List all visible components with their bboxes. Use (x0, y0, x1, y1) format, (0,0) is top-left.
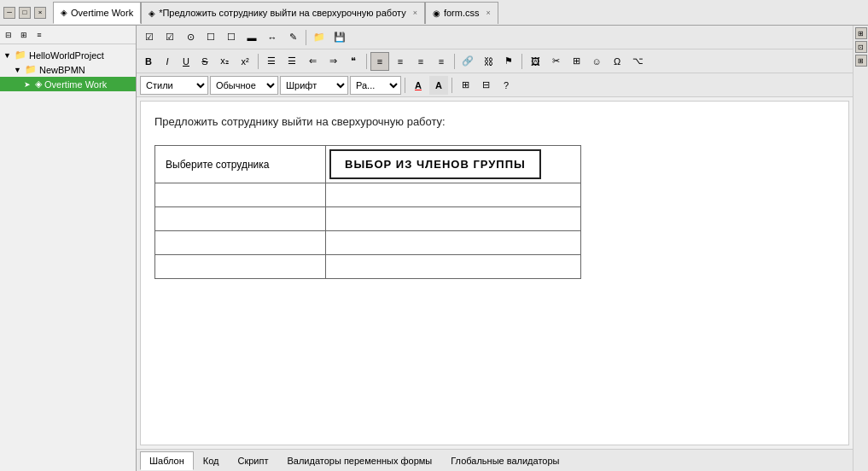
tb-sep-1 (306, 30, 306, 45)
font-color-button[interactable]: A (409, 76, 428, 95)
outdent-button[interactable]: ⇐ (303, 52, 322, 71)
editor-bottom-tabs: Шаблон Код Скрипт Валидаторы переменных … (137, 449, 853, 471)
toolbar-row-2: B I U S x₂ x² ☰ ☰ ⇐ ⇒ ❝ ≡ ≡ ≡ ≡ 🔗 ⛓ ⚑ 🖼 … (137, 49, 853, 73)
subscript-button[interactable]: x₂ (215, 52, 234, 71)
form-table: Выберите сотрудника ВЫБОР ИЗ ЧЛЕНОВ ГРУП… (154, 145, 581, 279)
tb-checkbox1-button[interactable]: ☑ (140, 28, 159, 47)
tab-template[interactable]: Шаблон (140, 451, 194, 470)
tree-item-hello-world[interactable]: ▼ 📁 HelloWorldProject (0, 48, 136, 62)
bold-button[interactable]: B (140, 52, 157, 71)
toolbar-row-1: ☑ ☑ ⊙ ☐ ☐ ▬ ↔ ✎ 📁 💾 (137, 26, 853, 49)
align-right-button[interactable]: ≡ (411, 52, 430, 71)
help-button[interactable]: ? (497, 76, 516, 95)
tab-overtime-work[interactable]: ◈ Overtime Work (53, 2, 141, 24)
tree-item-overtime-work[interactable]: ➤ ◈ Overtime Work (0, 77, 136, 91)
strikethrough-button[interactable]: S (196, 52, 213, 71)
tb-checkbox2-button[interactable]: ☑ (160, 28, 179, 47)
tab-form-validators[interactable]: Валидаторы переменных формы (277, 451, 441, 470)
image-button[interactable]: 🖼 (526, 52, 545, 71)
tb-sep-6 (405, 78, 405, 93)
align-center-button[interactable]: ≡ (391, 52, 410, 71)
tb-radio-button[interactable]: ⊙ (181, 28, 200, 47)
indent-button[interactable]: ⇒ (323, 52, 342, 71)
tree-arrow-overtime: ➤ (24, 80, 32, 89)
minimize-button[interactable]: ─ (3, 7, 15, 19)
tab-css[interactable]: ◉ form.css × (425, 2, 498, 24)
omega-button[interactable]: Ω (608, 52, 626, 71)
tab-script[interactable]: Скрипт (228, 451, 277, 470)
close-button[interactable]: × (34, 7, 46, 19)
zoom-in-button[interactable]: ⊞ (456, 76, 475, 95)
ordered-list-button[interactable]: ☰ (262, 52, 281, 71)
group-select-button[interactable]: ВЫБОР ИЗ ЧЛЕНОВ ГРУППЫ (329, 149, 541, 179)
format-select[interactable]: Обычное (210, 76, 278, 95)
align-justify-button[interactable]: ≡ (432, 52, 451, 71)
gutter-btn-2[interactable]: ⊡ (855, 41, 867, 53)
tb-arrow-button[interactable]: ↔ (263, 28, 282, 47)
tab-label-overtime: Overtime Work (71, 8, 133, 18)
blockquote-button[interactable]: ❝ (344, 52, 363, 71)
tb-sep-7 (451, 78, 452, 93)
unlink-button[interactable]: ⛓ (479, 52, 498, 71)
right-gutter: ⊞ ⊡ ⊞ (853, 26, 868, 471)
tab-label-css: form.css (444, 8, 480, 18)
tab-global-validators[interactable]: Глобальные валидаторы (441, 451, 568, 470)
tab-code[interactable]: Код (194, 451, 229, 470)
tb-sep-5 (521, 54, 522, 69)
table-row-5 (155, 255, 581, 279)
align-left-button[interactable]: ≡ (370, 52, 389, 71)
emoji-button[interactable]: ☺ (587, 52, 606, 71)
tree-icon-overtime: ◈ (35, 78, 42, 90)
source-button[interactable]: ⌥ (628, 52, 647, 71)
font-select[interactable]: Шрифт (280, 76, 348, 95)
tree-icon-hello: 📁 (15, 49, 26, 61)
tab-close-propose[interactable]: × (413, 9, 417, 17)
size-select[interactable]: Ра... (350, 76, 401, 95)
table-row-4 (155, 231, 581, 255)
bg-color-button[interactable]: A (429, 76, 448, 95)
tb-line-button[interactable]: ▬ (242, 28, 261, 47)
tb-square2-button[interactable]: ☐ (222, 28, 241, 47)
superscript-button[interactable]: x² (236, 52, 254, 71)
sidebar-menu-button[interactable]: ≡ (32, 28, 46, 42)
cut-button[interactable]: ✂ (546, 52, 565, 71)
editor-content[interactable]: Предложить сотруднику выйти на сверхуроч… (140, 101, 849, 445)
sidebar: ⊟ ⊞ ≡ ▼ 📁 HelloWorldProject ▼ 📁 NewBPMN … (0, 26, 137, 471)
zoom-out-button[interactable]: ⊟ (476, 76, 495, 95)
tree-arrow-bpmn: ▼ (14, 66, 22, 74)
collapse-all-button[interactable]: ⊟ (2, 28, 15, 42)
tb-edit-button[interactable]: ✎ (283, 28, 302, 47)
col1-header: Выберите сотрудника (155, 146, 326, 183)
unordered-list-button[interactable]: ☰ (283, 52, 301, 71)
editor-tabs: ◈ Overtime Work ◈ *Предложить сотруднику… (53, 2, 865, 24)
styles-select[interactable]: Стили (140, 76, 208, 95)
gutter-btn-3[interactable]: ⊞ (855, 55, 867, 67)
col2-cell: ВЫБОР ИЗ ЧЛЕНОВ ГРУППЫ (326, 146, 581, 183)
tree-label-bpmn: NewBPMN (39, 65, 85, 75)
table-row-1: Выберите сотрудника ВЫБОР ИЗ ЧЛЕНОВ ГРУП… (155, 146, 581, 183)
tree-arrow-hello: ▼ (3, 51, 12, 60)
tree-label-hello: HelloWorldProject (29, 50, 104, 61)
underline-button[interactable]: U (178, 52, 195, 71)
tree-item-new-bpmn[interactable]: ▼ 📁 NewBPMN (0, 62, 136, 77)
tb-open-button[interactable]: 📁 (310, 28, 329, 47)
tree-view: ▼ 📁 HelloWorldProject ▼ 📁 NewBPMN ➤ ◈ Ov… (0, 44, 136, 471)
flag-button[interactable]: ⚑ (499, 52, 518, 71)
table-row-3 (155, 207, 581, 231)
tab-icon-css: ◉ (433, 9, 440, 18)
table-row-2 (155, 183, 581, 207)
link-button[interactable]: 🔗 (458, 52, 477, 71)
tab-propose[interactable]: ◈ *Предложить сотруднику выйти на сверху… (141, 2, 425, 24)
tb-square1-button[interactable]: ☐ (201, 28, 220, 47)
expand-all-button[interactable]: ⊞ (17, 28, 31, 42)
tb-save-button[interactable]: 💾 (330, 28, 349, 47)
sidebar-toolbar: ⊟ ⊞ ≡ (0, 26, 136, 44)
maximize-button[interactable]: □ (19, 7, 31, 19)
italic-button[interactable]: I (159, 52, 176, 71)
table-button[interactable]: ⊞ (567, 52, 585, 71)
tab-close-css[interactable]: × (486, 9, 491, 17)
gutter-btn-1[interactable]: ⊞ (855, 27, 867, 39)
tb-sep-4 (454, 54, 455, 69)
form-title: Предложить сотруднику выйти на сверхуроч… (154, 115, 835, 128)
tab-icon-overtime: ◈ (61, 8, 67, 17)
